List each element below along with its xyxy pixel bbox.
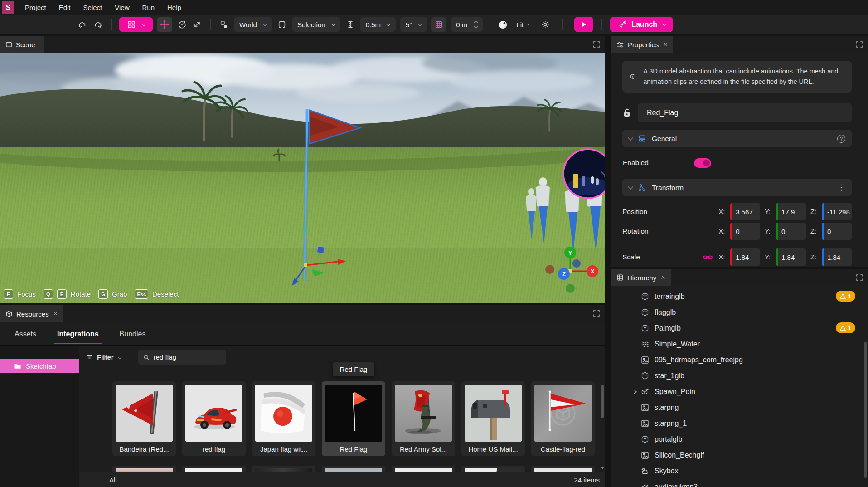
menu-item-run[interactable]: Run: [136, 0, 161, 15]
play-button[interactable]: [574, 17, 593, 32]
height-stepper[interactable]: 0 m: [451, 17, 483, 32]
transform-space-button[interactable]: [216, 17, 232, 32]
unlock-icon[interactable]: [622, 107, 631, 118]
hierarchy-item-portalglb[interactable]: portalglb: [611, 431, 868, 447]
value-field-z[interactable]: -11.298: [822, 203, 852, 220]
viewport-3d[interactable]: Y X Z FFocusQERotateGGrabEscDeselect: [0, 53, 605, 303]
rotate-snap-dropdown[interactable]: 5°: [400, 17, 427, 32]
scale-tool-button[interactable]: [189, 17, 205, 32]
section-transform[interactable]: Transform ⋮: [622, 179, 852, 196]
shading-dropdown[interactable]: Lit: [511, 17, 535, 32]
resource-card-partial[interactable]: [112, 466, 176, 472]
sidebar-item-sketchfab[interactable]: Sketchfab: [0, 359, 79, 373]
value-field-y[interactable]: 1.84: [776, 248, 806, 266]
tab-scene[interactable]: Scene: [0, 36, 44, 53]
value-field-y[interactable]: 0: [776, 223, 806, 240]
hierarchy-item-Spawn_Poin[interactable]: Spawn_Poin: [611, 384, 868, 399]
expand-icon[interactable]: [593, 41, 600, 48]
value-field-z[interactable]: 1.84: [822, 248, 852, 266]
rotate-tool-button[interactable]: [174, 17, 189, 32]
search-box[interactable]: [138, 350, 226, 365]
resource-card-partial[interactable]: [461, 466, 525, 472]
pivot-button[interactable]: [274, 17, 290, 32]
close-icon[interactable]: ×: [661, 273, 665, 282]
expand-icon[interactable]: [856, 41, 863, 48]
coordinate-space-dropdown[interactable]: World: [234, 17, 272, 32]
value-field-z[interactable]: 0: [822, 223, 852, 240]
tab-properties[interactable]: Properties ×: [611, 36, 673, 53]
value-field-x[interactable]: 3.567: [730, 203, 760, 220]
shortcut-label-grab: Grab: [112, 290, 127, 298]
resource-card-partial[interactable]: [392, 466, 455, 472]
placement-mode-dropdown[interactable]: [119, 17, 153, 32]
object-name-input[interactable]: [638, 103, 852, 122]
settings-button[interactable]: [538, 17, 553, 32]
warning-badge[interactable]: 1: [836, 291, 855, 302]
tab-integrations[interactable]: Integrations: [56, 324, 100, 344]
menu-item-project[interactable]: Project: [19, 0, 53, 15]
resource-card-bandeira-red-[interactable]: Bandeira (Red...: [112, 381, 176, 456]
redo-button[interactable]: [90, 17, 106, 32]
hierarchy-item-star_1glb[interactable]: star_1glb: [611, 368, 868, 384]
hierarchy-item-095_hdrmaps_com_freejpg[interactable]: 095_hdrmaps_com_freejpg: [611, 352, 868, 368]
hierarchy-item-Silicon_Bechgif[interactable]: Silicon_Bechgif: [611, 447, 868, 463]
resource-card-red-army-sol-[interactable]: Red Army Sol...: [392, 381, 455, 456]
hierarchy-item-terrainglb[interactable]: terrainglb1: [611, 288, 868, 304]
expand-icon[interactable]: [593, 310, 600, 317]
launch-button[interactable]: Launch: [610, 17, 673, 32]
resource-card-partial[interactable]: [322, 466, 385, 472]
hierarchy-item-audiovukmp3[interactable]: audiovukmp3: [611, 479, 868, 487]
value-field-x[interactable]: 0: [730, 223, 760, 240]
svg-text:Z: Z: [562, 271, 566, 278]
hierarchy-scrollbar[interactable]: [864, 342, 867, 478]
hierarchy-item-Palmglb[interactable]: Palmglb1: [611, 320, 868, 336]
menu-item-edit[interactable]: Edit: [53, 0, 77, 15]
pivot-mode-dropdown[interactable]: Selection: [292, 17, 340, 32]
move-tool-button[interactable]: [157, 17, 172, 32]
value-field-y[interactable]: 17.9: [776, 203, 806, 220]
grid-snap-toggle[interactable]: [431, 17, 446, 32]
app-logo[interactable]: S: [2, 1, 14, 14]
filter-button[interactable]: Filter: [86, 353, 121, 361]
enabled-toggle[interactable]: [694, 158, 711, 168]
snap-vertical-button[interactable]: [343, 17, 358, 32]
hierarchy-item-starpng_1[interactable]: starpng_1: [611, 415, 868, 431]
resource-card-home-us-mail-[interactable]: Home US Mail...: [461, 381, 525, 456]
stepper-arrows[interactable]: [475, 21, 477, 28]
tab-hierarchy[interactable]: Hierarchy ×: [611, 269, 671, 286]
resource-card-partial[interactable]: [252, 466, 315, 472]
kebab-menu-icon[interactable]: ⋮: [838, 183, 845, 192]
move-snap-dropdown[interactable]: 0.5m: [360, 17, 396, 32]
section-general[interactable]: General ?: [622, 130, 852, 147]
search-input[interactable]: [154, 353, 217, 361]
resource-card-castle-flag-red[interactable]: Castle-flag-red: [531, 381, 595, 456]
resource-card-red-flag[interactable]: Red Flag: [322, 381, 385, 456]
menu-bar: S ProjectEditSelectViewRunHelp: [0, 0, 868, 15]
menu-item-select[interactable]: Select: [77, 0, 109, 15]
resource-card-partial[interactable]: [531, 466, 595, 472]
help-icon[interactable]: ?: [837, 135, 845, 143]
value-field-x[interactable]: 1.84: [730, 248, 760, 266]
menu-item-view[interactable]: View: [108, 0, 136, 15]
scroll-down-arrow[interactable]: ▾: [601, 465, 604, 471]
filter-icon: [86, 353, 93, 361]
menu-item-help[interactable]: Help: [161, 0, 188, 15]
tab-resources[interactable]: Resources ×: [0, 305, 63, 322]
expand-chevron-icon[interactable]: [630, 389, 640, 394]
close-icon[interactable]: ×: [53, 310, 58, 318]
expand-icon[interactable]: [856, 274, 863, 281]
resource-card-partial[interactable]: [182, 466, 246, 472]
tab-assets[interactable]: Assets: [14, 324, 37, 344]
hierarchy-item-Simple_Water[interactable]: Simple_Water: [611, 336, 868, 352]
resource-card-japan-flag-wit-[interactable]: Japan flag wit...: [252, 381, 315, 456]
link-icon[interactable]: [703, 254, 713, 260]
close-icon[interactable]: ×: [663, 40, 667, 49]
hierarchy-item-starpng[interactable]: starpng: [611, 399, 868, 415]
warning-badge[interactable]: 1: [836, 322, 855, 333]
resource-card-red-flag[interactable]: red flag: [182, 381, 246, 456]
hierarchy-item-flagglb[interactable]: flagglb: [611, 304, 868, 320]
undo-button[interactable]: [75, 17, 90, 32]
hierarchy-item-Skybox[interactable]: Skybox: [611, 463, 868, 479]
grid-scrollbar[interactable]: [601, 385, 604, 418]
tab-bundles[interactable]: Bundles: [119, 324, 147, 344]
